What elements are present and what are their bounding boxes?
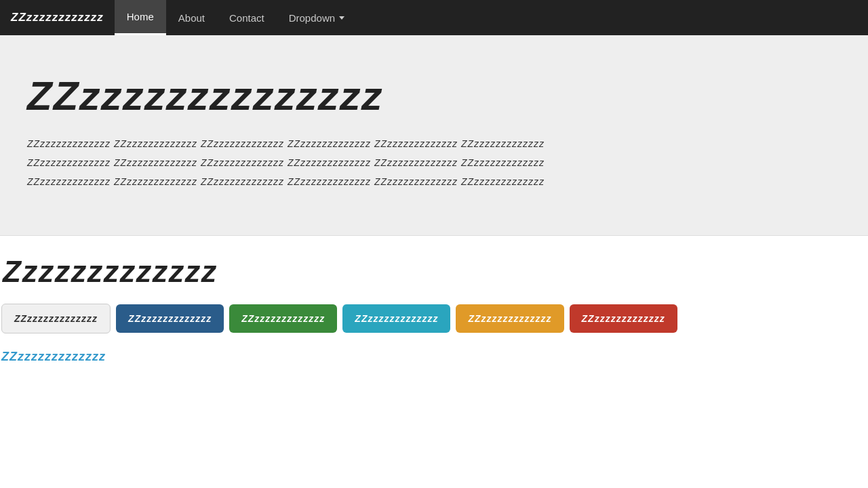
navbar-brand: ZZzzzzzzzzzzzz — [0, 11, 115, 24]
dropdown-caret-icon — [339, 16, 344, 20]
nav-item-dropdown[interactable]: Dropdown — [277, 0, 357, 35]
section-title: Zzzzzzzzzzzzz — [0, 255, 868, 289]
btn-default[interactable]: ZZzzzzzzzzzzzzz — [1, 304, 111, 333]
btn-warning[interactable]: ZZzzzzzzzzzzzzz — [456, 304, 564, 333]
hero-text-row-1: ZZzzzzzzzzzzzzz ZZzzzzzzzzzzzzz ZZzzzzzz… — [27, 134, 841, 153]
buttons-row: ZZzzzzzzzzzzzzz ZZzzzzzzzzzzzzz ZZzzzzzz… — [0, 304, 868, 347]
nav-item-home[interactable]: Home — [115, 0, 166, 35]
nav-item-contact[interactable]: Contact — [217, 0, 277, 35]
btn-info[interactable]: ZZzzzzzzzzzzzzz — [342, 304, 450, 333]
btn-success[interactable]: ZZzzzzzzzzzzzzz — [229, 304, 337, 333]
nav-items: Home About Contact Dropdown — [115, 0, 357, 35]
hero-section: ZZzzzzzzzzzzzzzz ZZzzzzzzzzzzzzz ZZzzzzz… — [0, 35, 868, 235]
btn-danger[interactable]: ZZzzzzzzzzzzzzz — [570, 304, 677, 333]
navbar: ZZzzzzzzzzzzzz Home About Contact Dropdo… — [0, 0, 868, 35]
hero-text-row-2: ZZzzzzzzzzzzzzz ZZzzzzzzzzzzzzz ZZzzzzzz… — [27, 153, 841, 172]
hero-text-row-3: ZZzzzzzzzzzzzzz ZZzzzzzzzzzzzzz ZZzzzzzz… — [27, 172, 841, 191]
btn-primary[interactable]: ZZzzzzzzzzzzzzz — [116, 304, 224, 333]
nav-item-about[interactable]: About — [166, 0, 217, 35]
content-section: Zzzzzzzzzzzzz ZZzzzzzzzzzzzzz ZZzzzzzzzz… — [0, 236, 868, 375]
content-link[interactable]: ZZzzzzzzzzzzzzz — [0, 350, 106, 364]
hero-title: ZZzzzzzzzzzzzzzz — [27, 73, 841, 119]
